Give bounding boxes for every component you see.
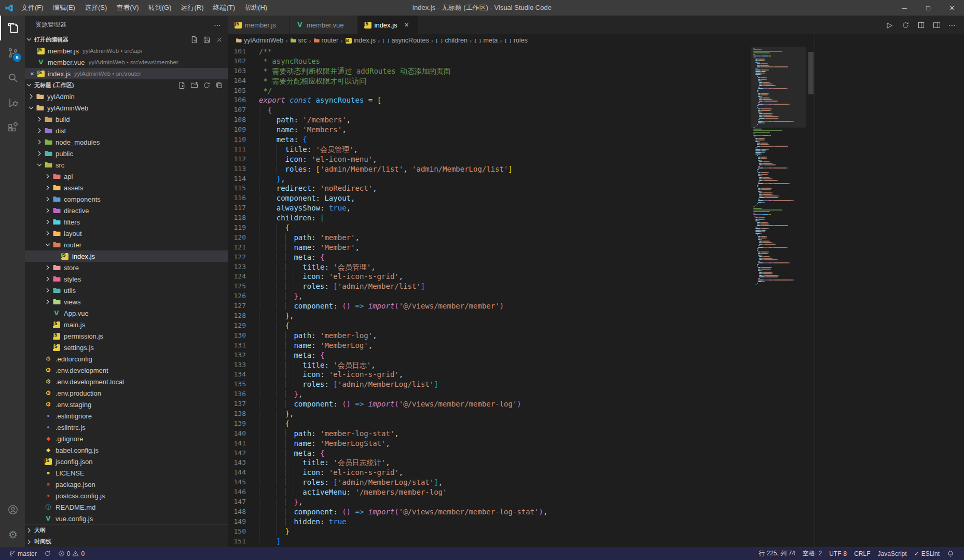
open-editor-item[interactable]: JSmember.jsyylAdminWeb • src\api (25, 45, 228, 57)
search-icon[interactable] (0, 65, 25, 90)
outline-section-header[interactable]: 大纲 (25, 524, 228, 536)
eol-indicator[interactable]: CRLF (850, 547, 874, 560)
menu-item[interactable]: 帮助(H) (240, 0, 272, 16)
tab-member.vue[interactable]: Vmember.vue (290, 16, 358, 34)
breadcrumb-item[interactable]: yylAdminWeb (236, 37, 283, 44)
tab-index.js[interactable]: JSindex.js✕ (358, 16, 418, 34)
open-editor-item[interactable]: ✕JSindex.jsyylAdminWeb • src\router (25, 68, 228, 79)
vertical-scrollbar[interactable] (807, 47, 815, 547)
tree-item[interactable]: ●.eslintrc.js (25, 422, 228, 433)
open-editors-header[interactable]: 打开的编辑器 (25, 34, 228, 45)
new-file-icon[interactable] (177, 80, 186, 90)
tree-item[interactable]: ■package.json (25, 479, 228, 490)
extensions-icon[interactable] (0, 115, 25, 140)
layout-icon[interactable] (930, 18, 943, 32)
account-icon[interactable] (0, 497, 25, 522)
open-editor-item[interactable]: Vmember.vueyylAdminWeb • src\views\membe… (25, 57, 228, 68)
settings-gear-icon[interactable]: ⚙ (0, 522, 25, 547)
save-all-icon[interactable] (202, 35, 211, 44)
tree-item[interactable]: JSindex.js (25, 250, 228, 262)
sync-button[interactable] (40, 547, 54, 560)
timeline-section-header[interactable]: 时间线 (25, 536, 228, 547)
tree-item[interactable]: JSsettings.js (25, 342, 228, 353)
split-editor-icon[interactable] (914, 18, 928, 32)
tree-item[interactable]: yylAdminWeb (25, 102, 228, 114)
breadcrumb-item[interactable]: router (313, 37, 339, 44)
tree-item[interactable]: ⓘREADME.md (25, 501, 228, 513)
cursor-position[interactable]: 行 225, 列 74 (755, 547, 799, 560)
menu-item[interactable]: 文件(F) (17, 0, 48, 16)
tree-item[interactable]: JSmain.js (25, 319, 228, 330)
tree-item[interactable]: dist (25, 125, 228, 136)
new-untitled-file-icon[interactable] (189, 35, 199, 44)
run-button[interactable]: ▷ (883, 18, 897, 32)
tree-item[interactable]: ⚙.env.staging (25, 399, 228, 410)
tree-item[interactable]: components (25, 193, 228, 205)
collapse-all-icon[interactable] (214, 80, 224, 90)
source-control-icon[interactable]: 5 (0, 40, 25, 65)
tree-item[interactable]: ⚙.editorconfig (25, 353, 228, 365)
close-all-editors-icon[interactable] (214, 35, 224, 44)
tree-item[interactable]: ⚙.env.development (25, 365, 228, 376)
breadcrumb-item[interactable]: JSindex.js (345, 37, 376, 44)
breadcrumb-item[interactable]: [ ]asyncRoutes (382, 37, 429, 44)
tree-item[interactable]: api (25, 171, 228, 182)
refresh-icon[interactable] (202, 80, 211, 90)
tree-item[interactable]: filters (25, 216, 228, 228)
tree-item[interactable]: ●postcss.config.js (25, 490, 228, 501)
breadcrumb-item[interactable]: src (290, 37, 307, 44)
breadcrumb-item[interactable]: [ ]roles (504, 37, 528, 44)
tab-member.js[interactable]: JSmember.js (228, 16, 290, 34)
tree-item[interactable]: ■LICENSE (25, 467, 228, 479)
menu-item[interactable]: 编辑(E) (48, 0, 80, 16)
scrollbar-slider[interactable] (808, 52, 814, 94)
tree-item[interactable]: views (25, 296, 228, 307)
menu-item[interactable]: 运行(R) (176, 0, 208, 16)
tree-item[interactable]: layout (25, 228, 228, 239)
tree-item[interactable]: ⚙.env.development.local (25, 376, 228, 387)
menu-item[interactable]: 查看(V) (112, 0, 143, 16)
breadcrumb-item[interactable]: { }meta (474, 37, 498, 44)
menu-item[interactable]: 选择(S) (80, 0, 112, 16)
tree-item[interactable]: src (25, 159, 228, 171)
new-folder-icon[interactable] (189, 80, 199, 90)
tree-item[interactable]: node_modules (25, 136, 228, 148)
breadcrumb-item[interactable]: [ ]children (435, 37, 467, 44)
tree-item[interactable]: ◆babel.config.js (25, 444, 228, 456)
tree-item[interactable]: router (25, 239, 228, 250)
git-branch-indicator[interactable]: master (5, 547, 40, 560)
indentation-indicator[interactable]: 空格: 2 (799, 547, 825, 560)
tree-item[interactable]: assets (25, 182, 228, 193)
run-debug-icon[interactable] (0, 90, 25, 115)
maximize-button[interactable]: □ (916, 0, 940, 16)
tree-item[interactable]: ⚙.env.production (25, 387, 228, 399)
problems-indicator[interactable]: 0 0 (54, 547, 88, 560)
tree-item[interactable]: directive (25, 205, 228, 216)
more-actions-icon[interactable]: ⋯ (214, 21, 222, 29)
menu-item[interactable]: 终端(T) (208, 0, 240, 16)
minimap[interactable] (753, 48, 803, 286)
eslint-status[interactable]: ✓ ESLint (911, 547, 943, 560)
tree-item[interactable]: utils (25, 285, 228, 296)
tree-item[interactable]: ◆.gitignore (25, 433, 228, 444)
history-icon[interactable] (899, 18, 912, 32)
close-icon[interactable]: ✕ (28, 71, 36, 77)
tree-item[interactable]: styles (25, 273, 228, 285)
menu-item[interactable]: 转到(G) (144, 0, 176, 16)
language-mode[interactable]: JavaScript (874, 547, 911, 560)
notifications-bell[interactable] (943, 547, 958, 560)
close-window-button[interactable]: ✕ (940, 0, 964, 16)
editor-code[interactable]: 101/**102 * asyncRoutes103 * 需要动态判断权限并通过… (228, 47, 815, 547)
tree-item[interactable]: yylAdmin (25, 91, 228, 102)
tree-item[interactable]: JSjsconfig.json (25, 456, 228, 467)
tree-item[interactable]: VApp.vue (25, 307, 228, 319)
encoding-indicator[interactable]: UTF-8 (825, 547, 850, 560)
tree-item[interactable]: JSpermission.js (25, 330, 228, 342)
close-icon[interactable]: ✕ (402, 22, 412, 29)
explorer-icon[interactable] (0, 16, 25, 40)
more-actions-icon[interactable]: ⋯ (945, 18, 959, 32)
tree-item[interactable]: public (25, 148, 228, 159)
workspace-section-header[interactable]: 无标题 (工作区) (25, 79, 228, 91)
tree-item[interactable]: Vvue.config.js (25, 513, 228, 524)
tree-item[interactable]: store (25, 262, 228, 273)
